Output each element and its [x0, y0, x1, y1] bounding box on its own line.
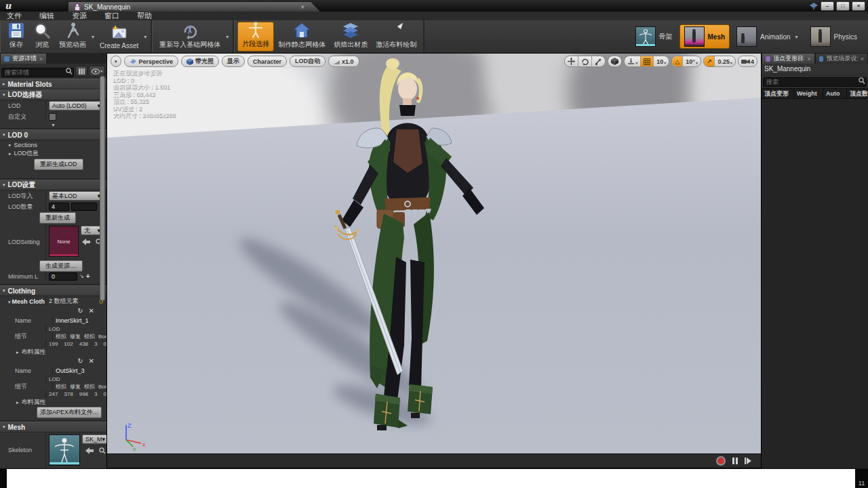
section-selection-button[interactable]: 片段选择: [237, 22, 274, 52]
playback-speed-button[interactable]: x1.0: [328, 56, 359, 67]
view-options-eye-button[interactable]: [89, 66, 105, 77]
delete-icon[interactable]: ✕: [89, 307, 94, 314]
scale-snap-toggle[interactable]: ↗: [704, 56, 715, 66]
section-clothing[interactable]: ▾Clothing: [0, 285, 106, 296]
regenerate-lod-button[interactable]: 重新生成LOD: [34, 159, 83, 170]
maximize-button[interactable]: □: [836, 1, 850, 11]
mode-mesh[interactable]: Mesh: [679, 24, 730, 49]
details-search-input[interactable]: [1, 68, 74, 77]
lod-count-input[interactable]: [49, 203, 69, 211]
create-asset-button[interactable]: Create Asset: [96, 22, 142, 52]
browse-button[interactable]: 浏览: [29, 22, 55, 52]
reimport-base-mesh-button[interactable]: 重新导入基础网格体: [155, 22, 224, 52]
cloth-props-row[interactable]: ▸布料属性: [0, 398, 106, 407]
lod-picker-expander[interactable]: ▼: [0, 122, 106, 128]
step-forward-button[interactable]: [745, 458, 751, 464]
create-asset-dropdown-caret[interactable]: ▾: [142, 34, 148, 40]
character-button[interactable]: Character: [248, 56, 287, 67]
custom-checkbox[interactable]: [49, 113, 56, 121]
menu-file[interactable]: 文件: [7, 11, 22, 21]
lod-settings-thumbnail[interactable]: None: [49, 226, 79, 257]
lit-mode-button[interactable]: 带光照: [181, 56, 219, 67]
grid-snap-toggle[interactable]: [640, 56, 653, 66]
asset-details-close-icon[interactable]: ×: [39, 56, 43, 62]
rotation-snap-value[interactable]: 10°▾: [682, 56, 701, 66]
tab-preview-scene-settings[interactable]: 预览场景设置 ×: [815, 53, 868, 64]
lod-import-combo[interactable]: 基本LOD▾: [49, 191, 104, 201]
section-lod0[interactable]: ▾LOD 0: [0, 129, 106, 140]
tutorial-icon[interactable]: [809, 2, 818, 10]
mode-physics[interactable]: Physics: [806, 25, 861, 48]
use-selected-arrow-icon[interactable]: [82, 239, 90, 245]
cloth-name-value[interactable]: OutSkirt_3: [56, 367, 85, 374]
tab-asset-details[interactable]: 资源详情 ×: [0, 53, 47, 64]
preview-animation-dropdown-caret[interactable]: ▾: [90, 34, 96, 40]
preview-animation-button[interactable]: 预览动画: [55, 22, 90, 52]
make-static-mesh-button[interactable]: 制作静态网格体: [274, 22, 330, 52]
refresh-icon[interactable]: ↻: [77, 307, 83, 314]
cloth-name-value[interactable]: InnerSkirt_1: [56, 317, 89, 324]
tab-morph-target-previewer[interactable]: 顶点变形目标 ×: [762, 53, 815, 64]
section-lod-settings[interactable]: ▾LOD设置: [0, 180, 106, 190]
menu-edit[interactable]: 编辑: [39, 11, 54, 21]
activate-cloth-paint-button[interactable]: 激活布料绘制: [372, 22, 420, 52]
menu-help[interactable]: 帮助: [137, 11, 152, 21]
close-button[interactable]: ×: [852, 1, 865, 11]
reimport-dropdown-caret[interactable]: ▾: [224, 34, 230, 40]
skeleton-thumbnail[interactable]: [49, 434, 80, 466]
section-lod-picker[interactable]: ▾LOD选择器: [0, 89, 106, 100]
surface-snap-button[interactable]: ▾: [625, 56, 640, 66]
menu-window[interactable]: 窗口: [104, 11, 119, 21]
mode-skeleton[interactable]: 骨架: [631, 25, 677, 48]
asset-tab[interactable]: SK_Mannequin ×: [68, 1, 320, 12]
3d-viewport[interactable]: ▾ Perspective 带光照 显示 Character LOD自动 x1.: [106, 53, 762, 468]
animation-timeline-bar[interactable]: [107, 453, 761, 468]
section-material-slots[interactable]: ▸Material Slots: [0, 79, 106, 89]
save-button[interactable]: 保存: [3, 22, 29, 52]
col-vert-count[interactable]: 顶点数量: [847, 89, 868, 98]
camera-speed-button[interactable]: 4: [738, 56, 757, 66]
mode-animation[interactable]: Animation ▾: [732, 25, 803, 48]
scale-tool-button[interactable]: [591, 56, 605, 66]
minimum-lod-input[interactable]: [49, 272, 77, 281]
morph-tab-close-icon[interactable]: ×: [807, 56, 810, 62]
browse-to-asset-icon[interactable]: [99, 447, 106, 454]
scale-snap-value[interactable]: 0.25▾: [714, 56, 735, 66]
use-selected-arrow-icon[interactable]: [85, 447, 94, 454]
add-icon[interactable]: +: [86, 272, 90, 280]
bake-materials-button[interactable]: 烘焙出材质: [330, 22, 372, 52]
minimize-button[interactable]: –: [821, 1, 834, 11]
viewport-scene[interactable]: ▾ Perspective 带光照 显示 Character LOD自动 x1.: [107, 54, 761, 453]
lod-auto-button[interactable]: LOD自动: [290, 56, 326, 67]
viewport-options-button[interactable]: ▾: [111, 56, 121, 67]
lod-count-slider[interactable]: [71, 203, 97, 211]
section-mesh[interactable]: ▾Mesh: [0, 422, 106, 432]
morph-search-input[interactable]: [763, 77, 867, 87]
cloth-props-row[interactable]: ▸布料属性: [0, 348, 106, 357]
left-panel-scrollbar[interactable]: [100, 76, 105, 301]
tab-close-icon[interactable]: ×: [300, 3, 304, 11]
details-search[interactable]: [1, 65, 74, 77]
preview-tab-close-icon[interactable]: ×: [861, 56, 864, 62]
lod-info-row[interactable]: ▸LOD信息: [0, 149, 106, 158]
col-auto[interactable]: Auto: [823, 89, 847, 98]
add-apex-cloth-file-button[interactable]: 添加APEX布料文件...: [37, 407, 102, 418]
regenerate-button[interactable]: 重新生成: [39, 212, 76, 224]
rotation-snap-toggle[interactable]: △: [672, 56, 682, 66]
grid-snap-value[interactable]: 10▾: [653, 56, 669, 66]
morph-search[interactable]: [763, 75, 867, 87]
col-morph-target[interactable]: 顶点变形: [762, 89, 794, 98]
sections-row[interactable]: ▸Sections: [0, 140, 106, 149]
title-bar[interactable]: u SK_Mannequin × – □ ×: [0, 0, 868, 12]
drag-handle-icon[interactable]: ↘: [79, 273, 84, 279]
skeleton-combo[interactable]: SK_M▾: [82, 434, 106, 444]
rotate-tool-button[interactable]: [578, 56, 591, 66]
column-view-button[interactable]: [75, 66, 87, 77]
pause-button[interactable]: [732, 458, 738, 464]
coordinate-system-button[interactable]: [608, 56, 621, 66]
lod-combo[interactable]: Auto (LOD0)▾: [49, 101, 104, 110]
character-model[interactable]: [277, 54, 534, 453]
perspective-button[interactable]: Perspective: [124, 56, 179, 67]
record-button[interactable]: [716, 456, 726, 466]
animation-dropdown-caret[interactable]: ▾: [794, 34, 800, 40]
